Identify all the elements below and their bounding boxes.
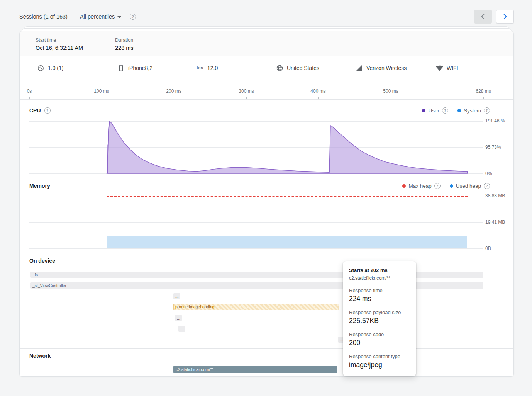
cpu-legend-system-label: System (464, 108, 481, 114)
percentiles-dropdown[interactable]: All percentiles (80, 14, 121, 20)
timeline-tick-mark (102, 97, 102, 99)
cpu-legend-user: User ? (422, 107, 448, 114)
cpu-title-row: CPU ? (29, 107, 51, 114)
cpu-y-label-zero: 0% (485, 171, 506, 177)
session-summary-header: Start time Oct 16, 6:32:11 AM Duration 2… (20, 31, 513, 56)
system-legend-dot-icon (457, 109, 461, 112)
device-info-row: 1.0 (1) iPhone8,2 iOS 12.0 United States (20, 56, 513, 80)
timeline-ruler: 0s100 ms200 ms300 ms400 ms500 ms628 ms (20, 80, 513, 100)
timeline-tick-mark (483, 97, 484, 99)
timeline-tick-mark (246, 97, 247, 99)
tooltip-field-label: Response content type (349, 354, 410, 359)
trace-bar[interactable]: ... (173, 293, 180, 299)
trace-bar[interactable]: ... (175, 315, 182, 321)
session-detail-page: Sessions (1 of 163) All percentiles ? St… (0, 0, 532, 396)
timeline-tick-mark (391, 97, 391, 99)
used-heap-legend-dot-icon (450, 184, 453, 188)
carrier-label: Verizon Wireless (366, 65, 407, 71)
chevron-right-icon (501, 12, 509, 21)
cpu-y-label-mid: 95.73% (485, 144, 506, 150)
memory-legend-max-heap: Max heap ? (402, 183, 440, 189)
os-version-label: 12.0 (207, 65, 218, 71)
cpu-title: CPU (29, 107, 41, 114)
timeline-tick-label: 100 ms (94, 88, 109, 94)
start-time-label: Start time (36, 37, 83, 43)
timeline-tick-mark (174, 97, 174, 99)
memory-legend-used-heap: Used heap ? (450, 183, 490, 189)
memory-legend-max-heap-label: Max heap (408, 183, 431, 189)
os-version-item: iOS 12.0 (196, 56, 218, 80)
help-icon[interactable]: ? (442, 107, 448, 114)
session-pagination (474, 10, 514, 24)
cpu-chart[interactable] (29, 118, 483, 174)
country-item: United States (276, 56, 319, 80)
network-bar[interactable]: c2.staticflickr.com/** (173, 366, 337, 373)
ios-icon: iOS (196, 64, 204, 72)
sessions-count-label: Sessions (1 of 163) (19, 14, 68, 20)
help-icon[interactable]: ? (484, 183, 490, 189)
tooltip-title: Starts at 202 ms (349, 267, 410, 273)
user-legend-dot-icon (422, 109, 425, 112)
network-request-tooltip: Starts at 202 ms c2.staticflickr.com/** … (343, 261, 416, 376)
tooltip-field-label: Response payload size (349, 309, 410, 315)
toolbar: Sessions (1 of 163) All percentiles ? (19, 12, 136, 22)
max-heap-legend-dot-icon (402, 184, 406, 188)
timeline-tick-label: 628 ms (476, 88, 491, 94)
help-icon[interactable]: ? (44, 107, 51, 114)
start-time-value: Oct 16, 6:32:11 AM (36, 45, 83, 51)
chevron-left-icon (479, 12, 487, 21)
tooltip-field-value: 224 ms (349, 295, 410, 303)
help-icon[interactable]: ? (434, 183, 441, 189)
memory-gridline-mid (29, 222, 483, 223)
duration-label: Duration (115, 37, 134, 43)
phone-icon (117, 64, 125, 72)
tooltip-url: c2.staticflickr.com/** (349, 275, 410, 281)
on-device-title: On device (29, 258, 55, 264)
memory-title-row: Memory (29, 183, 50, 189)
percentiles-dropdown-label: All percentiles (80, 14, 115, 20)
timeline-tick-label: 400 ms (310, 88, 325, 94)
memory-section: Memory Max heap ? Used heap ? 38.83 MB (20, 177, 513, 253)
duration-value: 228 ms (115, 45, 134, 51)
memory-legend: Max heap ? Used heap ? (396, 183, 490, 189)
trace-bar[interactable]: ... (178, 326, 185, 332)
network-title: Network (29, 353, 51, 359)
cpu-user-area (107, 121, 467, 173)
on-device-section: On device _fs_st_ViewController...produc… (20, 253, 513, 349)
timeline-tick-mark (29, 97, 30, 99)
device-model-label: iPhone8,2 (128, 65, 152, 71)
globe-icon (276, 64, 283, 72)
wifi-icon (435, 64, 443, 72)
tooltip-field-label: Response code (349, 331, 410, 337)
start-time-block: Start time Oct 16, 6:32:11 AM (36, 37, 83, 51)
app-version-label: 1.0 (1) (48, 65, 63, 71)
memory-y-label-mid: 19.41 MB (485, 219, 506, 225)
memory-legend-used-heap-label: Used heap (456, 183, 481, 189)
carrier-item: Verizon Wireless (355, 56, 407, 80)
next-session-button[interactable] (496, 10, 514, 24)
cpu-legend: User ? System ? (416, 107, 490, 114)
radio-item: WIFI (435, 56, 458, 80)
duration-block: Duration 228 ms (115, 37, 134, 51)
trace-bar[interactable]: productImageLoading (173, 304, 339, 310)
timeline-tick-label: 300 ms (239, 88, 254, 94)
timeline-tick-label: 0s (27, 88, 32, 94)
app-version-item: 1.0 (1) (37, 56, 63, 80)
memory-used-heap-area[interactable] (107, 236, 467, 248)
tooltip-field-value: 200 (349, 339, 410, 347)
app-version-history-icon (37, 64, 44, 72)
cpu-legend-user-label: User (428, 108, 439, 114)
timeline-tick-label: 200 ms (166, 88, 181, 94)
timeline-tick-mark (318, 97, 319, 99)
cell-signal-icon (355, 64, 363, 72)
timeline-tick-label: 500 ms (383, 88, 398, 94)
tooltip-field-value: image/jpeg (349, 361, 410, 369)
device-model-item: iPhone8,2 (117, 56, 152, 80)
help-icon[interactable]: ? (484, 107, 490, 114)
country-label: United States (287, 65, 319, 71)
tooltip-field-value: 225.57KB (349, 317, 410, 325)
chevron-down-icon (117, 16, 121, 18)
help-icon[interactable]: ? (130, 14, 136, 20)
memory-max-heap-line[interactable] (107, 196, 467, 197)
previous-session-button[interactable] (474, 10, 492, 24)
